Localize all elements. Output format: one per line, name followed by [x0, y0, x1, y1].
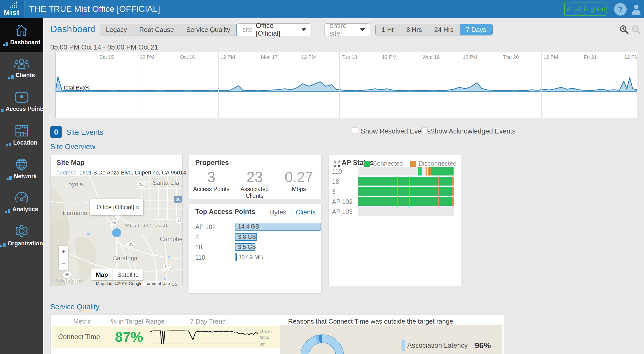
- mist-dots-icon: [0, 109, 4, 112]
- chart-gridline: [138, 52, 138, 118]
- show-acknowledged-checkbox[interactable]: [421, 127, 428, 134]
- expand-icon[interactable]: [333, 160, 341, 168]
- top-header: Mist THE TRUE Mist Office [OFFICIAL] ✓ a…: [0, 0, 644, 18]
- top-ap-row: AP 102 14.4 GB: [189, 223, 322, 231]
- chart-gridline: [582, 52, 582, 118]
- mist-dots-icon: [0, 243, 6, 247]
- zoom-in-icon[interactable]: [619, 24, 629, 36]
- clients-icon: [14, 58, 29, 69]
- chart-tick-label: Mon 17: [261, 54, 278, 60]
- chart-gridline: [339, 52, 340, 118]
- metric-row-connect-time[interactable]: Connect Time 87% 100% 50% 0%: [52, 326, 286, 348]
- properties-title: Properties: [195, 159, 229, 167]
- terms-of-use-link[interactable]: Terms of Use: [143, 281, 171, 286]
- map-zoom-in-button[interactable]: +: [59, 246, 68, 258]
- sidebar-item-network[interactable]: Network: [0, 152, 43, 186]
- view-button-root-cause[interactable]: Root Cause: [133, 24, 180, 35]
- sidebar-item-location[interactable]: Location: [0, 119, 43, 152]
- chart-tick-label: Thu 20: [503, 54, 519, 60]
- chart-tick-label: Sat 15: [99, 54, 114, 60]
- mist-dots-icon: [6, 143, 11, 146]
- show-resolved-checkbox[interactable]: [352, 127, 358, 134]
- user-avatar-icon[interactable]: [630, 3, 642, 16]
- time-button-8hrs[interactable]: 8 Hrs: [400, 24, 428, 35]
- disconnected-swatch: [410, 161, 416, 167]
- mist-dots-icon: [8, 75, 14, 79]
- sidebar-item-clients[interactable]: Clients: [0, 52, 43, 85]
- chart-tick-label: Oct 16: [180, 54, 195, 60]
- site-address: address: 1601 S De Anza Blvd, Cupertino,…: [57, 169, 200, 176]
- sidebar-label: Network: [14, 173, 37, 180]
- sidebar-label: Access Points: [6, 106, 45, 112]
- view-button-legacy[interactable]: Legacy: [100, 24, 133, 35]
- home-icon: [15, 24, 28, 36]
- connected-label: Connected: [373, 160, 403, 167]
- divider: |: [290, 208, 292, 216]
- stat-mbps: 0.27 Mbps: [277, 168, 321, 193]
- sidebar-item-dashboard[interactable]: Dashboard: [0, 18, 43, 52]
- route-shield-82: 82: [137, 181, 145, 188]
- col-trend: 7 Day Trend: [190, 318, 226, 325]
- bytes-mode[interactable]: Bytes: [270, 208, 286, 216]
- scope-selector[interactable]: entire site: [324, 23, 370, 36]
- close-icon[interactable]: ×: [136, 203, 139, 211]
- chart-tick-label: 12 PM: [221, 54, 235, 60]
- route-shield-85-south: 85: [127, 241, 135, 248]
- site-selector[interactable]: site Office [Official]: [237, 23, 311, 36]
- ap-status-panel: AP Status Connected Disconnected 110 18 …: [328, 155, 461, 286]
- metric-pct: 87%: [115, 329, 143, 345]
- satellite-button[interactable]: Satellite: [112, 269, 143, 280]
- check-icon: ✓: [566, 5, 572, 14]
- map-button[interactable]: Map: [91, 269, 112, 280]
- site-marker[interactable]: [112, 228, 121, 237]
- chart-gridline: [461, 52, 461, 118]
- floorplan-icon: [15, 125, 28, 137]
- chevron-down-icon: [302, 28, 306, 31]
- all-is-good-button[interactable]: ✓ all is good: [564, 3, 607, 16]
- top-ap-row: 18 3.5 GB: [189, 243, 322, 251]
- google-map[interactable]: Loyola Santa Clar Permanente WEST SAN JO…: [51, 176, 182, 286]
- help-icon[interactable]: ?: [614, 3, 627, 16]
- mist-dots-icon: [7, 176, 12, 180]
- map-popup-title: Office [Official]: [97, 204, 134, 211]
- chart-tick-label: 12 PM: [624, 54, 637, 60]
- chart-tick-label: 12 PM: [544, 54, 558, 60]
- site-prefix: site: [242, 26, 253, 34]
- chart-gridline: [178, 52, 178, 118]
- metric-row-2[interactable]: 98% 100% 50% 0%: [52, 350, 286, 354]
- show-resolved-label: Show Resolved Events: [361, 127, 431, 135]
- ap-name: 110: [195, 254, 205, 261]
- sidebar-item-analytics[interactable]: Analytics: [0, 186, 43, 219]
- mist-logo[interactable]: Mist: [0, 0, 24, 18]
- sidebar-item-access-points[interactable]: Access Points: [0, 85, 43, 119]
- mist-dots-icon: [5, 209, 10, 213]
- chevron-down-icon: [360, 28, 365, 31]
- stat-associated-clients: 23 Associated Clients: [232, 168, 277, 199]
- access-point-icon: [15, 92, 29, 103]
- sidebar-item-organization[interactable]: Organization: [0, 219, 43, 252]
- ap-status-row-label: 110: [332, 168, 342, 175]
- clients-mode[interactable]: Clients: [296, 208, 316, 216]
- reasons-legend: Association Latency 96%: [401, 340, 491, 351]
- site-events-link[interactable]: Site Events: [66, 128, 103, 137]
- top-aps-mode-toggle: Bytes | Clients: [270, 208, 316, 216]
- time-button-1hr[interactable]: 1 Hr: [375, 24, 400, 35]
- map-label-west-san-jose: WEST SAN JOSE: [125, 223, 170, 228]
- time-button-7days[interactable]: 7 Days: [460, 24, 493, 35]
- map-zoom-out-button[interactable]: −: [59, 258, 68, 270]
- total-bytes-chart: Total Bytes Sat 1512 PMOct 1612 PMMon 17…: [55, 52, 637, 118]
- show-acknowledged-label: Show Acknowledged Events: [430, 127, 515, 135]
- map-popup-pointer: [114, 215, 122, 222]
- sidebar-label: Organization: [8, 240, 43, 247]
- top-access-points-panel: Top Access Points Bytes | Clients AP 102…: [189, 204, 321, 294]
- time-button-24hrs[interactable]: 24 Hrs: [428, 24, 460, 35]
- sidebar-label: Location: [13, 139, 37, 146]
- ap-name: 3: [195, 234, 199, 241]
- metric-name: Connect Time: [58, 333, 100, 341]
- view-button-service-quality[interactable]: Service Quality: [180, 24, 236, 35]
- mist-logo-text: Mist: [4, 8, 20, 17]
- zoom-out-icon[interactable]: [631, 24, 641, 36]
- site-overview-heading: Site Overview: [50, 143, 95, 151]
- ap-name: AP 102: [195, 223, 216, 231]
- map-label-saratoga: Saratoga: [113, 255, 137, 262]
